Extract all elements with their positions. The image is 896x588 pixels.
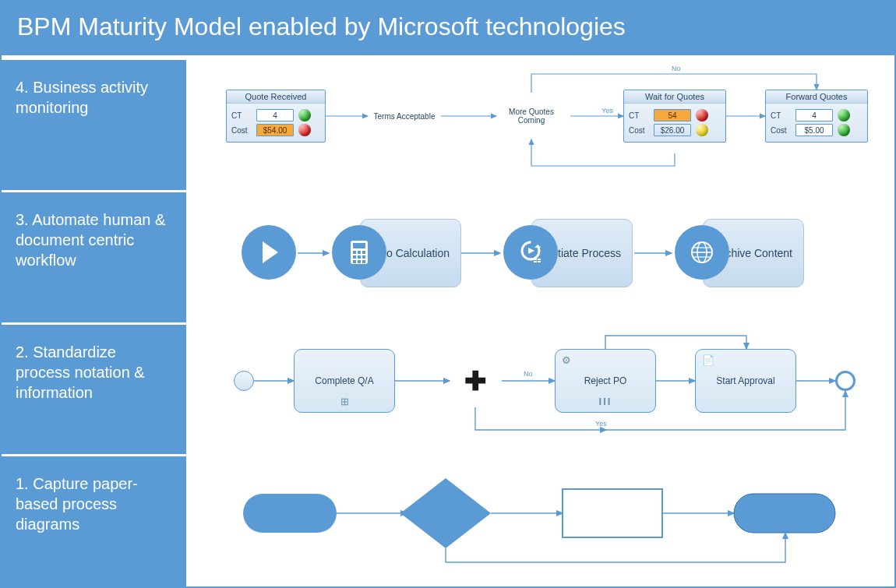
- task-reject-po: ⚙ Reject PO III: [555, 349, 656, 413]
- globe-icon: [675, 225, 729, 280]
- svg-rect-4: [362, 251, 365, 254]
- status-dot-red-icon: [298, 124, 311, 136]
- card-forward-quotes-title: Forward Quotes: [766, 90, 867, 104]
- level-3-label: 3. Automate human & document centric wor…: [2, 192, 189, 322]
- wait-quotes-ct: 54: [654, 109, 691, 121]
- row-level-3: 3. Automate human & document centric wor…: [2, 190, 894, 322]
- level-4-content: Quote Received CT4 Cost$54.00 Terms Acce…: [189, 60, 894, 190]
- card-forward-quotes: Forward Quotes CT4 Cost$5.00: [765, 90, 868, 143]
- level-2-content: Complete Q/A ⊞ ✚ No Yes ⚙ Reject PO III …: [189, 325, 894, 455]
- card-quote-received: Quote Received CT4 Cost$54.00: [226, 90, 326, 143]
- level-1-num: 1.: [16, 475, 29, 492]
- svg-rect-12: [534, 259, 537, 260]
- level-1-content: [189, 456, 894, 586]
- row-level-1: 1. Capture paper-based process diagrams: [2, 454, 894, 586]
- task-start-approval: 📄 Start Approval: [695, 349, 796, 413]
- svg-rect-3: [358, 251, 361, 254]
- svg-rect-10: [362, 260, 365, 263]
- card-wait-quotes: Wait for Quotes CT54 Cost$26.00: [623, 90, 726, 143]
- decision-diamond-icon: [400, 478, 491, 548]
- subprocess-marker-icon: ⊞: [340, 396, 349, 407]
- quote-received-cost: $54.00: [256, 124, 294, 136]
- terminator-shape-icon: [243, 494, 337, 533]
- svg-rect-9: [358, 260, 361, 263]
- level-4-text: Business activity monitoring: [16, 79, 148, 116]
- wait-quotes-cost: $26.00: [654, 124, 691, 136]
- diamond-more-quotes: More Quotes Coming: [496, 93, 566, 139]
- bpmn-end-event-icon: [835, 371, 855, 391]
- status-dot-green-icon: [838, 109, 850, 121]
- level-3-text: Automate human & document centric workfl…: [16, 211, 165, 269]
- svg-rect-2: [353, 251, 356, 254]
- process-box-icon: [563, 489, 662, 537]
- multi-instance-marker-icon: III: [599, 396, 612, 407]
- level-1-label: 1. Capture paper-based process diagrams: [2, 456, 189, 586]
- svg-rect-5: [353, 255, 356, 259]
- level-2-num: 2.: [16, 343, 29, 361]
- diamond-terms-acceptable: Terms Acceptable: [369, 93, 439, 139]
- edge-label-yes-2: Yes: [595, 420, 607, 428]
- quote-received-ct: 4: [256, 109, 294, 121]
- card-quote-received-title: Quote Received: [227, 90, 325, 104]
- svg-rect-7: [362, 255, 365, 259]
- forward-quotes-cost: $5.00: [795, 124, 833, 136]
- edge-label-yes: Yes: [601, 107, 613, 114]
- forward-quotes-ct: 4: [795, 109, 833, 121]
- level-3-num: 3.: [16, 211, 29, 228]
- level-4-label: 4. Business activity monitoring: [2, 60, 189, 190]
- task-complete-qa: Complete Q/A ⊞: [294, 349, 395, 413]
- status-dot-red-icon: [696, 109, 708, 121]
- process-cycle-icon: [503, 225, 558, 280]
- level-2-text: Standardize process notation & informati…: [16, 343, 145, 401]
- edge-label-no-2: No: [524, 370, 533, 378]
- rows-container: 4. Business activity monitoring Quote Re…: [2, 55, 894, 586]
- row-level-4: 4. Business activity monitoring Quote Re…: [2, 55, 894, 190]
- svg-rect-6: [358, 255, 361, 259]
- gear-icon: ⚙: [562, 354, 571, 366]
- status-dot-green-icon: [838, 124, 850, 136]
- level-1-text: Capture paper-based process diagrams: [16, 475, 138, 533]
- diagram-title: BPM Maturity Model enabled by Microsoft …: [2, 2, 894, 55]
- bpmn-gateway-parallel-icon: ✚: [448, 354, 503, 408]
- svg-rect-13: [538, 259, 541, 260]
- start-play-icon: [242, 225, 296, 280]
- svg-rect-14: [534, 261, 537, 262]
- svg-rect-15: [538, 261, 541, 262]
- terminator-shape-icon: [734, 494, 835, 533]
- bpmn-start-event-icon: [234, 371, 254, 391]
- edge-label-no: No: [672, 65, 681, 72]
- svg-rect-8: [353, 260, 356, 263]
- svg-rect-1: [353, 243, 365, 248]
- row-level-2: 2. Standardize process notation & inform…: [2, 322, 894, 455]
- level-4-num: 4.: [16, 79, 29, 96]
- row1-diagram: [189, 456, 894, 581]
- status-dot-green-icon: [298, 109, 311, 121]
- script-icon: 📄: [702, 354, 714, 366]
- level-3-content: Do Calculation Intiate Process Archive C…: [189, 192, 894, 322]
- calculator-icon: [332, 225, 386, 280]
- diagram-frame: BPM Maturity Model enabled by Microsoft …: [0, 0, 896, 588]
- level-2-label: 2. Standardize process notation & inform…: [2, 325, 189, 455]
- card-wait-quotes-title: Wait for Quotes: [624, 90, 725, 104]
- status-dot-yellow-icon: [696, 124, 708, 136]
